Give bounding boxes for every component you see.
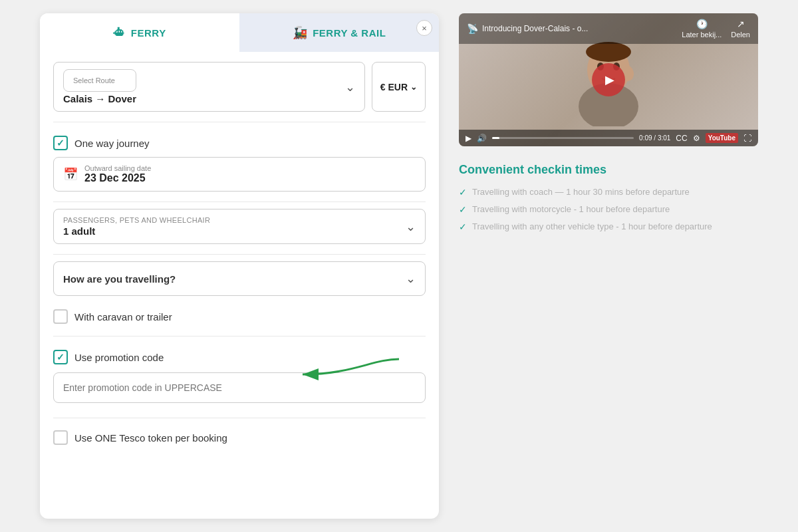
promotion-section: Use promotion code [53,343,426,410]
video-later-button[interactable]: 🕐 Later bekij... [682,19,722,39]
video-cc-icon[interactable]: CC [676,134,687,143]
video-time: 0:09 / 3:01 [639,134,670,142]
checkin-title: Convenient checkin times [459,163,758,177]
travel-chevron-icon: ⌄ [406,271,416,286]
passengers-value: 1 adult [63,225,210,237]
route-label: Select Route [63,69,136,92]
video-title: 📡 Introducing Dover-Calais - o... [467,23,588,34]
checkin-item-3: ✓ Travelling with any other vehicle type… [459,221,758,233]
form-content: Select Route Calais → Dover ⌄ € EUR ⌄ On… [40,52,439,460]
check-icon-1: ✓ [459,187,467,198]
divider-4 [53,336,426,336]
svg-point-5 [586,42,631,62]
tab-ferry-label: FERRY [131,27,166,39]
promo-checkbox-row: Use promotion code [53,350,426,364]
tesco-checkbox[interactable] [53,430,68,445]
video-progress-bar[interactable] [492,137,634,139]
divider-5 [53,418,426,418]
route-row: Select Route Calais → Dover ⌄ € EUR ⌄ [53,62,426,112]
divider-2 [53,201,426,202]
video-settings-icon[interactable]: ⚙ [693,134,700,143]
currency-value: € EUR [380,82,408,92]
passengers-chevron-icon: ⌄ [406,219,416,234]
booking-modal: × ⛴ FERRY 🚂 FERRY & RAIL Select Route Ca… [40,13,439,519]
video-volume-icon[interactable]: 🔊 [477,134,487,143]
one-way-checkbox[interactable] [53,136,68,150]
promo-input[interactable] [53,372,426,403]
route-select[interactable]: Select Route Calais → Dover ⌄ [53,62,365,112]
video-thumbnail[interactable]: 📡 Introducing Dover-Calais - o... 🕐 Late… [459,13,758,146]
video-share-button[interactable]: ↗ Delen [731,19,750,39]
currency-chevron-icon: ⌄ [410,82,417,92]
tab-ferry-rail[interactable]: 🚂 FERRY & RAIL [239,13,439,52]
ferry-icon: ⛴ [113,26,126,40]
caravan-row: With caravan or trailer [53,304,426,329]
travel-type-dropdown[interactable]: How are you travelling? ⌄ [53,261,426,296]
currency-select[interactable]: € EUR ⌄ [372,62,426,112]
tesco-label: Use ONE Tesco token per booking [74,432,227,444]
checkin-text-2: Travelling with motorcycle - 1 hour befo… [472,203,670,215]
check-icon-2: ✓ [459,204,467,215]
video-fullscreen-icon[interactable]: ⛶ [743,134,751,143]
route-chevron-icon: ⌄ [345,80,355,94]
video-top-bar: 📡 Introducing Dover-Calais - o... 🕐 Late… [459,13,758,44]
checkin-text-3: Travelling with any other vehicle type -… [472,221,712,233]
caravan-label: With caravan or trailer [74,311,172,323]
promo-label: Use promotion code [74,352,164,363]
video-top-buttons: 🕐 Later bekij... ↗ Delen [682,19,750,39]
passengers-info: PASSENGERS, PETS and WHEELCHAIR 1 adult [63,216,210,237]
outward-date-field[interactable]: 📅 Outward sailing date 23 Dec 2025 [53,157,426,192]
youtube-logo: YouTube [706,133,738,143]
tab-ferry[interactable]: ⛴ FERRY [40,13,239,52]
rail-icon: 🚂 [293,25,308,40]
checkin-text-1: Travelling with coach — 1 hour 30 mins b… [472,186,690,198]
passengers-dropdown[interactable]: PASSENGERS, PETS and WHEELCHAIR 1 adult … [53,209,426,244]
divider-1 [53,122,426,122]
divider-3 [53,254,426,255]
checkin-item-2: ✓ Travelling with motorcycle - 1 hour be… [459,203,758,215]
tab-bar: ⛴ FERRY 🚂 FERRY & RAIL [40,13,439,52]
promo-checkbox[interactable] [53,350,68,364]
passengers-label: PASSENGERS, PETS and WHEELCHAIR [63,216,210,224]
calendar-icon: 📅 [63,167,78,182]
video-progress-fill [492,137,499,139]
video-bottom-bar: ▶ 🔊 0:09 / 3:01 CC ⚙ YouTube ⛶ [459,130,758,146]
one-way-row: One way journey [53,129,426,157]
tab-ferry-rail-label: FERRY & RAIL [313,27,386,39]
caravan-checkbox[interactable] [53,309,68,324]
check-icon-3: ✓ [459,221,467,232]
right-panel: 📡 Introducing Dover-Calais - o... 🕐 Late… [459,13,758,242]
checkin-item-1: ✓ Travelling with coach — 1 hour 30 mins… [459,186,758,198]
date-value: 23 Dec 2025 [84,172,151,184]
video-play-icon[interactable]: ▶ [466,134,471,143]
close-button[interactable]: × [416,20,432,36]
travel-type-label: How are you travelling? [63,273,176,285]
tesco-row: Use ONE Tesco token per booking [53,425,426,450]
checkin-section: Convenient checkin times ✓ Travelling wi… [459,160,758,242]
one-way-label: One way journey [74,138,150,149]
date-info: Outward sailing date 23 Dec 2025 [84,164,151,184]
video-play-button[interactable] [592,63,625,96]
route-value: Calais → Dover [63,93,136,104]
date-label: Outward sailing date [84,164,151,172]
